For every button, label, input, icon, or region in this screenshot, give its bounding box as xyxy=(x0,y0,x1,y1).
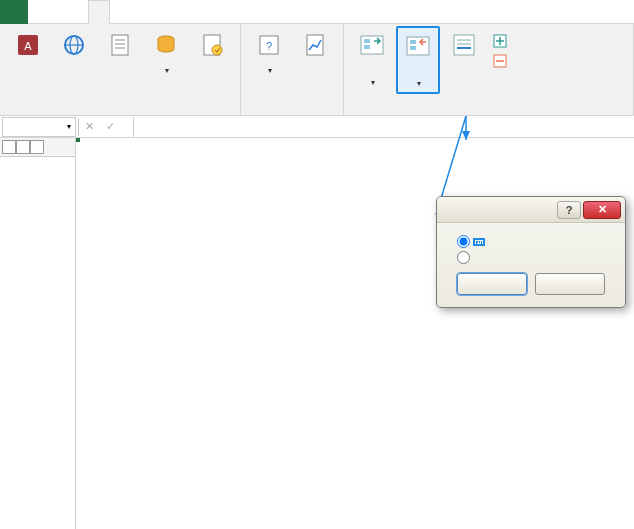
radio-columns-input[interactable] xyxy=(457,251,470,264)
tab-home[interactable] xyxy=(28,0,48,24)
tab-page-layout[interactable] xyxy=(68,0,88,24)
dialog-close-button[interactable]: ✕ xyxy=(583,201,621,219)
radio-rows-input[interactable] xyxy=(457,235,470,248)
svg-rect-21 xyxy=(454,35,474,55)
from-web-button[interactable] xyxy=(52,26,96,80)
forecast-sheet-button[interactable] xyxy=(293,26,337,80)
what-if-button[interactable]: ? ▾ xyxy=(247,26,291,80)
cancel-fx-icon[interactable]: ✕ xyxy=(79,120,100,133)
tab-insert[interactable] xyxy=(48,0,68,24)
svg-rect-20 xyxy=(410,46,416,50)
show-detail-icon xyxy=(493,34,507,48)
file-tab[interactable] xyxy=(0,0,28,24)
show-detail-button[interactable] xyxy=(488,32,516,50)
ribbon: A ▾ ? ▾ xyxy=(0,24,634,116)
from-access-button[interactable]: A xyxy=(6,26,50,80)
chevron-down-icon: ▾ xyxy=(67,122,71,131)
web-icon xyxy=(58,29,90,61)
existing-connections-button[interactable] xyxy=(190,26,234,80)
group-label xyxy=(6,110,234,115)
subtotal-button[interactable] xyxy=(442,26,486,94)
name-box[interactable]: ▾ xyxy=(2,117,76,137)
text-icon xyxy=(104,29,136,61)
group-label xyxy=(247,110,337,115)
radio-rows[interactable] xyxy=(457,235,615,248)
enter-fx-icon[interactable]: ✓ xyxy=(100,120,121,133)
hide-detail-button[interactable] xyxy=(488,52,516,70)
from-other-sources-button[interactable]: ▾ xyxy=(144,26,188,80)
group-icon xyxy=(356,29,388,61)
radio-columns[interactable] xyxy=(457,251,615,264)
outline-level-2[interactable] xyxy=(16,140,30,154)
formula-input[interactable] xyxy=(133,117,634,137)
access-icon: A xyxy=(12,29,44,61)
svg-rect-5 xyxy=(112,35,128,55)
ungroup-dialog: ? ✕ xyxy=(436,196,626,308)
ribbon-tabs xyxy=(0,0,634,24)
outline-level-3[interactable] xyxy=(30,140,44,154)
svg-point-11 xyxy=(212,45,222,55)
dialog-titlebar[interactable]: ? ✕ xyxy=(437,197,625,223)
svg-rect-16 xyxy=(364,39,370,43)
existing-conn-icon xyxy=(196,29,228,61)
tab-formulas[interactable] xyxy=(150,0,170,24)
svg-rect-19 xyxy=(410,40,416,44)
ungroup-button[interactable]: ▾ xyxy=(396,26,440,94)
group-outline: ▾ ▾ xyxy=(344,24,634,115)
dialog-help-button[interactable]: ? xyxy=(557,201,581,219)
svg-rect-17 xyxy=(364,45,370,49)
group-forecast: ? ▾ xyxy=(241,24,344,115)
tab-review[interactable] xyxy=(110,0,130,24)
cancel-button[interactable] xyxy=(535,273,605,295)
hide-detail-icon xyxy=(493,54,507,68)
svg-rect-14 xyxy=(307,35,323,55)
group-button[interactable]: ▾ xyxy=(350,26,394,94)
formula-bar: ▾ ✕ ✓ xyxy=(0,116,634,138)
svg-text:?: ? xyxy=(266,40,272,52)
group-label xyxy=(350,110,627,115)
what-if-icon: ? xyxy=(253,29,285,61)
forecast-icon xyxy=(299,29,331,61)
outline-gutter xyxy=(0,138,76,529)
outline-level-1[interactable] xyxy=(2,140,16,154)
other-sources-icon xyxy=(150,29,182,61)
ungroup-icon xyxy=(402,30,434,62)
subtotal-icon xyxy=(448,29,480,61)
tab-view[interactable] xyxy=(130,0,150,24)
ok-button[interactable] xyxy=(457,273,527,295)
group-get-external-data: A ▾ xyxy=(0,24,241,115)
svg-text:A: A xyxy=(24,40,32,52)
tab-data[interactable] xyxy=(88,0,110,24)
from-text-button[interactable] xyxy=(98,26,142,80)
